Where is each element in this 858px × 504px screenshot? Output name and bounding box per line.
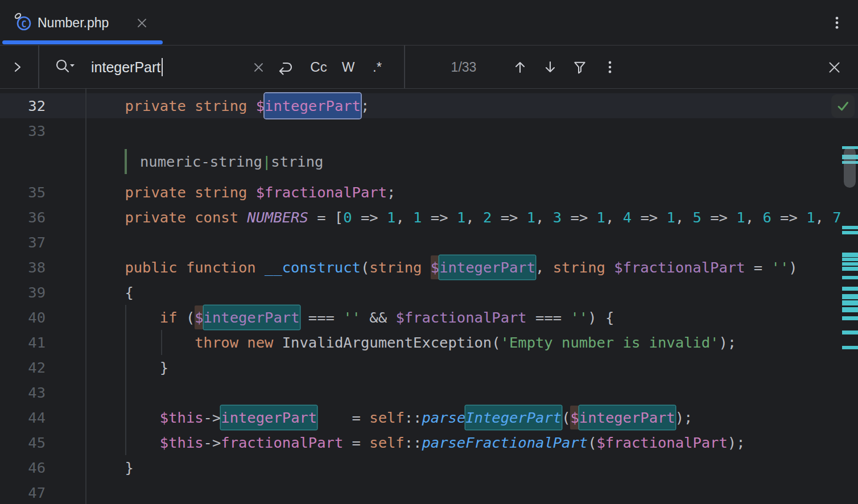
code-line[interactable]: 36 private const NUMBERS = [0 => 1, 1 =>…	[0, 205, 858, 230]
search-options-kebab-icon[interactable]	[603, 60, 617, 75]
code-line[interactable]: 39 {	[0, 280, 858, 305]
scrollbar-match-mark	[842, 262, 858, 266]
scrollbar-match-mark	[842, 331, 858, 334]
code-text: private const NUMBERS = [0 => 1, 1 => 1,…	[90, 205, 842, 230]
code-line[interactable]: 46 }	[0, 455, 858, 480]
code-text: if ($integerPart === '' && $fractionalPa…	[90, 305, 614, 330]
previous-match-arrow-up-icon[interactable]	[513, 60, 527, 75]
gutter-line-number[interactable]: 33	[0, 118, 46, 143]
scrollbar-match-mark	[842, 316, 858, 320]
code-line[interactable]: 44 $this->integerPart = self::parseInteg…	[0, 405, 858, 430]
code-line[interactable]: 43	[0, 380, 858, 405]
code-text: throw new InvalidArgumentException('Empt…	[90, 330, 736, 355]
code-line[interactable]: 45 $this->fractionalPart = self::parseFr…	[0, 430, 858, 455]
gutter-line-number[interactable]: 40	[0, 305, 46, 330]
scrollbar-match-mark	[842, 231, 858, 234]
inlay-text: numeric-string|string	[140, 149, 323, 174]
editor-options-kebab-icon[interactable]	[830, 15, 844, 30]
ide-window: C Number.php	[0, 0, 858, 504]
tab-title: Number.php	[38, 0, 109, 46]
filter-search-results-icon[interactable]	[572, 60, 588, 76]
gutter-line-number[interactable]: 45	[0, 430, 46, 455]
code-line[interactable]: 35 private string $fractionalPart;	[0, 180, 858, 205]
code-line[interactable]: 37	[0, 230, 858, 255]
gutter-line-number[interactable]: 38	[0, 255, 46, 280]
code-text: public function __construct(string $inte…	[90, 255, 798, 280]
scrollbar-thumb[interactable]	[844, 147, 856, 188]
code-text: $this->fractionalPart = self::parseFract…	[90, 430, 745, 455]
gutter-line-number[interactable]: 39	[0, 280, 46, 305]
match-count: 1/33	[430, 46, 498, 89]
gutter-line-number[interactable]: 46	[0, 455, 46, 480]
divider	[404, 46, 405, 89]
inlay-bar	[125, 149, 127, 174]
gutter-line-number[interactable]: 47	[0, 480, 46, 504]
code-line[interactable]: 47	[0, 480, 858, 504]
code-line[interactable]: 32 private string $integerPart;	[0, 93, 858, 118]
gutter-line-number[interactable]: 42	[0, 355, 46, 380]
code-text: {	[90, 280, 134, 305]
scrollbar-match-mark	[842, 226, 858, 229]
gutter-line-number[interactable]: 35	[0, 180, 46, 205]
gutter-line-number[interactable]: 36	[0, 205, 46, 230]
close-search-icon[interactable]	[827, 60, 842, 75]
code-line[interactable]: 42 }	[0, 355, 858, 380]
gutter-line-number[interactable]: 44	[0, 405, 46, 430]
code-line[interactable]: 41 throw new InvalidArgumentException('E…	[0, 330, 858, 355]
scrollbar-match-mark	[842, 276, 858, 279]
scrollbar-match-mark	[842, 287, 858, 291]
gutter-line-number[interactable]: 41	[0, 330, 46, 355]
code-editor: 32 private string $integerPart;33numeric…	[0, 89, 858, 504]
inspections-status-button[interactable]	[831, 94, 855, 118]
editor-tab-bar: C Number.php	[0, 0, 858, 46]
code-text: }	[90, 355, 168, 380]
scrollbar-match-mark	[842, 253, 858, 257]
search-input[interactable]: integerPart	[91, 46, 163, 89]
scrollbar-match-mark	[842, 258, 858, 261]
code-line[interactable]: 40 if ($integerPart === '' && $fractiona…	[0, 305, 858, 330]
divider	[38, 46, 39, 89]
code-line[interactable]: 38 public function __construct(string $i…	[0, 255, 858, 280]
find-toolbar: integerPart Cc W .* 1/33	[0, 46, 858, 89]
scrollbar-match-mark	[842, 307, 858, 312]
code-text: $this->integerPart = self::parseIntegerP…	[90, 405, 692, 430]
code-text: private string $fractionalPart;	[90, 180, 395, 205]
regex-toggle[interactable]: .*	[364, 46, 390, 89]
scrollbar-match-mark	[842, 300, 858, 305]
words-toggle[interactable]: W	[335, 46, 361, 89]
scrollbar-match-mark	[842, 346, 858, 349]
tab-close-icon[interactable]	[137, 18, 147, 31]
next-match-arrow-down-icon[interactable]	[543, 60, 558, 75]
php-class-icon: C	[14, 11, 34, 36]
code-line[interactable]: 33	[0, 118, 858, 143]
gutter-line-number[interactable]: 32	[0, 93, 46, 118]
search-history-icon[interactable]	[54, 57, 78, 77]
text-caret	[162, 58, 163, 76]
clear-search-icon[interactable]	[253, 61, 265, 73]
newline-toggle-icon[interactable]	[275, 59, 294, 77]
svg-text:C: C	[21, 19, 26, 30]
code-text: private string $integerPart;	[90, 93, 369, 118]
scrollbar-match-mark	[842, 267, 858, 271]
search-query-text: integerPart	[91, 59, 160, 76]
type-inlay-hint: numeric-string|string	[0, 143, 858, 180]
tab-number-php[interactable]: C Number.php	[0, 0, 165, 46]
expand-replace-chevron-icon[interactable]	[10, 60, 25, 75]
active-tab-indicator	[2, 40, 163, 44]
match-case-toggle[interactable]: Cc	[304, 46, 333, 89]
gutter-line-number[interactable]: 43	[0, 380, 46, 405]
code-text: }	[90, 455, 134, 480]
scrollbar-match-mark	[842, 294, 858, 299]
gutter-line-number[interactable]: 37	[0, 230, 46, 255]
